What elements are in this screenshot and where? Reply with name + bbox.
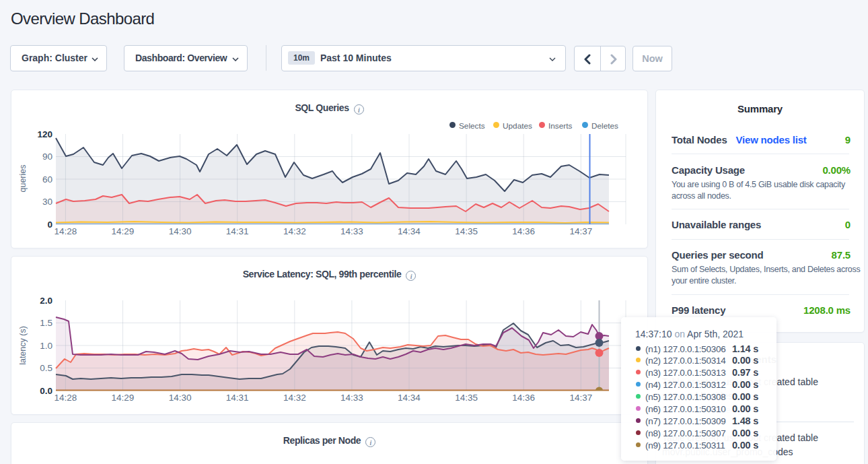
svg-text:14:33: 14:33 [340, 393, 363, 403]
svg-text:60: 60 [42, 174, 52, 185]
svg-text:14:37: 14:37 [569, 226, 592, 236]
svg-text:0.5: 0.5 [40, 363, 52, 373]
svg-text:14:32: 14:32 [283, 226, 306, 236]
svg-text:14:35: 14:35 [455, 226, 478, 236]
svg-text:14:36: 14:36 [512, 226, 535, 236]
svg-text:90: 90 [42, 152, 52, 162]
svg-text:14:31: 14:31 [226, 393, 249, 403]
svg-text:14:30: 14:30 [169, 226, 192, 236]
svg-text:14:32: 14:32 [283, 393, 306, 403]
svg-text:14:28: 14:28 [55, 226, 77, 236]
svg-text:0.0: 0.0 [40, 386, 52, 396]
svg-text:14:33: 14:33 [340, 226, 363, 236]
svg-text:14:28: 14:28 [55, 393, 77, 403]
svg-text:14:30: 14:30 [169, 393, 192, 403]
svg-text:1.5: 1.5 [40, 318, 52, 328]
svg-text:14:36: 14:36 [512, 393, 535, 403]
svg-text:120: 120 [37, 129, 52, 139]
svg-text:1.0: 1.0 [40, 341, 52, 351]
svg-text:14:37: 14:37 [569, 393, 592, 403]
svg-text:14:35: 14:35 [455, 393, 478, 403]
svg-text:14:31: 14:31 [226, 226, 249, 236]
svg-text:14:34: 14:34 [398, 393, 421, 403]
svg-text:0: 0 [47, 220, 52, 230]
svg-text:queries: queries [18, 165, 28, 193]
svg-text:14:29: 14:29 [112, 226, 135, 236]
svg-text:2.0: 2.0 [40, 296, 52, 306]
svg-text:latency (s): latency (s) [18, 326, 28, 365]
svg-text:30: 30 [42, 197, 52, 207]
svg-text:14:29: 14:29 [112, 393, 135, 403]
svg-text:14:34: 14:34 [398, 226, 421, 236]
